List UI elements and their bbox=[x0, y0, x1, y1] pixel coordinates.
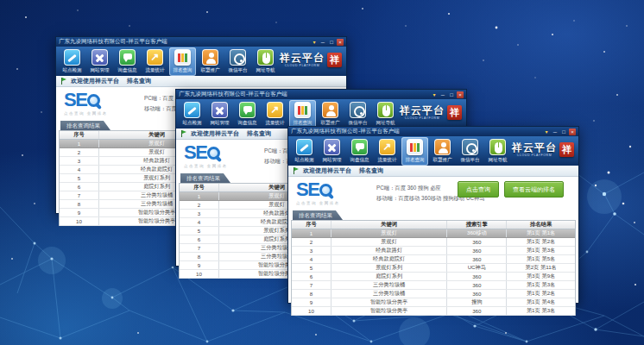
toolbar-item[interactable]: 流量统计 bbox=[142, 47, 168, 76]
table-row[interactable]: 6 庭院灯系列 360 第3页 第9名 bbox=[292, 273, 575, 281]
title-bar[interactable]: 广东九凌网络科技有限公司-祥云平台客户端 ▾ ─ □ × bbox=[56, 37, 346, 47]
cell-index: 8 bbox=[60, 200, 99, 208]
toolbar-item[interactable]: 网址导航 bbox=[484, 137, 511, 166]
banner-section-text: 排名查询 bbox=[359, 166, 383, 175]
cell-index: 1 bbox=[60, 140, 99, 147]
cell-index: 10 bbox=[292, 307, 331, 315]
table-row[interactable]: 4 经典款庭院灯 360 第1页 第5名 bbox=[292, 255, 575, 264]
title-bar[interactable]: 广东九凌网络科技有限公司-祥云平台客户端 ▾ ─ □ × bbox=[176, 90, 466, 99]
cell-index: 9 bbox=[60, 209, 99, 216]
maximize-icon[interactable]: □ bbox=[560, 129, 567, 135]
query-button[interactable]: 点击查询 bbox=[458, 181, 499, 198]
seo-tagline: 点击查询 全网排名 bbox=[184, 164, 228, 168]
toolbar-item-label: 站点检测 bbox=[63, 67, 82, 73]
toolbar-item[interactable]: 联盟推广 bbox=[317, 100, 344, 129]
toolbar-item[interactable]: 联盟推广 bbox=[197, 47, 224, 76]
toolbar-item[interactable]: 网站管理 bbox=[86, 47, 113, 76]
column-header-engine: 搜索引擎 bbox=[447, 221, 507, 229]
cell-index: 8 bbox=[180, 253, 219, 260]
site-check-icon bbox=[296, 139, 313, 155]
skin-icon[interactable]: ▾ bbox=[543, 129, 550, 135]
toolbar-item[interactable]: 联盟推广 bbox=[429, 137, 456, 166]
cell-index: 5 bbox=[292, 264, 331, 272]
wechat-platform-icon bbox=[350, 102, 366, 118]
toolbar-item[interactable]: 询盘信息 bbox=[234, 100, 261, 129]
minimize-icon[interactable]: ─ bbox=[552, 129, 559, 135]
brand-logo: 祥云平台 CLOUD PLATFORM 祥 bbox=[280, 53, 342, 67]
table-row[interactable]: 1 景观灯 360移动 第1页 第1名 bbox=[292, 229, 575, 238]
cell-result: 第1页 第1名 bbox=[507, 229, 575, 237]
close-icon[interactable]: × bbox=[569, 129, 576, 135]
minimize-icon[interactable]: ─ bbox=[319, 39, 326, 46]
promotion-icon bbox=[202, 49, 218, 66]
table-row[interactable]: 2 景观灯 360 第1页 第2名 bbox=[292, 238, 575, 247]
cell-index: 1 bbox=[292, 229, 331, 237]
toolbar-item-label: 微信平台 bbox=[461, 157, 480, 163]
table-row[interactable]: 3 经典款路灯 360 第1页 第3名 bbox=[292, 247, 575, 255]
toolbar-item-label: 网址导航 bbox=[376, 120, 395, 126]
seo-logo: SE 点击查询 全网排名 bbox=[184, 143, 228, 168]
toolbar-item[interactable]: 询盘信息 bbox=[114, 47, 141, 76]
toolbar-item[interactable]: 站点检测 bbox=[291, 137, 318, 166]
toolbar-item[interactable]: 流量统计 bbox=[374, 137, 401, 166]
toolbar-item-label: 联盟推广 bbox=[321, 120, 340, 126]
tab-rank-results[interactable]: 排名查询结果 bbox=[60, 121, 110, 130]
toolbar-item[interactable]: 站点检测 bbox=[179, 100, 205, 129]
toolbar-item[interactable]: 网址导航 bbox=[372, 100, 399, 129]
site-nav-icon bbox=[377, 102, 394, 118]
action-buttons: 点击查询 查看云端的排名 bbox=[458, 181, 564, 198]
toolbar-item[interactable]: 网站管理 bbox=[319, 137, 345, 166]
toolbar-item[interactable]: 流量统计 bbox=[262, 100, 288, 129]
cell-result: 第2页 第11名 bbox=[507, 264, 575, 272]
window-title: 广东九凌网络科技有限公司-祥云平台客户端 bbox=[179, 91, 431, 98]
cell-engine: 360 bbox=[447, 307, 507, 315]
close-icon[interactable]: × bbox=[457, 91, 464, 98]
maximize-icon[interactable]: □ bbox=[448, 91, 455, 98]
brand-name: 祥云平台 bbox=[512, 142, 557, 153]
site-nav-icon bbox=[257, 49, 274, 66]
skin-icon[interactable]: ▾ bbox=[431, 91, 438, 98]
view-cloud-rank-button[interactable]: 查看云端的排名 bbox=[504, 181, 564, 198]
close-icon[interactable]: × bbox=[337, 39, 344, 46]
cell-keyword: 经典款路灯 bbox=[331, 247, 447, 254]
toolbar-item[interactable]: 微信平台 bbox=[224, 47, 251, 76]
table-row[interactable]: 7 三分类垃圾桶 360 第1页 第3名 bbox=[292, 281, 575, 290]
toolbar-item[interactable]: 询盘信息 bbox=[346, 137, 373, 166]
banner-welcome-text: 欢迎使用祥云平台 bbox=[191, 129, 239, 138]
toolbar-item-label: 网站管理 bbox=[323, 157, 342, 163]
tab-rank-results[interactable]: 排名查询结果 bbox=[180, 173, 230, 183]
message-icon bbox=[119, 49, 136, 66]
cell-keyword: 智能垃圾分类亭 bbox=[331, 307, 447, 315]
toolbar-item[interactable]: 网址导航 bbox=[252, 47, 279, 76]
cell-result: 第1页 第3名 bbox=[507, 307, 575, 315]
toolbar-item-label: 流量统计 bbox=[146, 67, 165, 73]
minimize-icon[interactable]: ─ bbox=[439, 91, 446, 98]
table-row[interactable]: 9 智能垃圾分类亭 搜狗 第1页 第4名 bbox=[292, 298, 575, 307]
toolbar-item[interactable]: 排名查询 bbox=[401, 137, 428, 166]
toolbar-item[interactable]: 网站管理 bbox=[206, 100, 233, 129]
seo-logo: SE 点击查询 全网排名 bbox=[64, 91, 108, 116]
table-row[interactable]: 5 景观灯系列 UC神马 第2页 第11名 bbox=[292, 264, 575, 273]
banner-welcome-text: 欢迎使用祥云平台 bbox=[71, 77, 119, 85]
toolbar-item-label: 询盘信息 bbox=[118, 67, 137, 73]
toolbar-item[interactable]: 微信平台 bbox=[457, 137, 483, 166]
tab-rank-results[interactable]: 排名查询结果 bbox=[293, 210, 343, 220]
table-row[interactable]: 10 智能垃圾分类亭 360 第1页 第3名 bbox=[292, 307, 575, 316]
column-header-index: 序号 bbox=[60, 131, 99, 139]
toolbar-item[interactable]: 排名查询 bbox=[289, 100, 316, 129]
table-row[interactable]: 8 三分类垃圾桶 360 第1页 第2名 bbox=[292, 290, 575, 298]
main-toolbar: 站点检测 网站管理 询盘信息 流量统计 排名查询 bbox=[176, 99, 466, 129]
wechat-platform-icon bbox=[230, 49, 246, 66]
window-title: 广东九凌网络科技有限公司-祥云平台客户端 bbox=[59, 38, 311, 46]
title-bar[interactable]: 广东九凌网络科技有限公司-祥云平台客户端 ▾ ─ □ × bbox=[288, 127, 578, 136]
brand-name: 祥云平台 bbox=[280, 53, 325, 63]
promotion-icon bbox=[322, 102, 338, 118]
toolbar-item[interactable]: 站点检测 bbox=[59, 47, 85, 76]
toolbar-item[interactable]: 微信平台 bbox=[344, 100, 371, 129]
skin-icon[interactable]: ▾ bbox=[311, 39, 318, 46]
seo-logo-text: SE bbox=[64, 91, 86, 110]
toolbar-item[interactable]: 排名查询 bbox=[169, 47, 196, 76]
main-toolbar: 站点检测 网站管理 询盘信息 流量统计 排名查询 bbox=[288, 136, 578, 166]
maximize-icon[interactable]: □ bbox=[328, 39, 335, 46]
cell-index: 10 bbox=[180, 270, 219, 278]
